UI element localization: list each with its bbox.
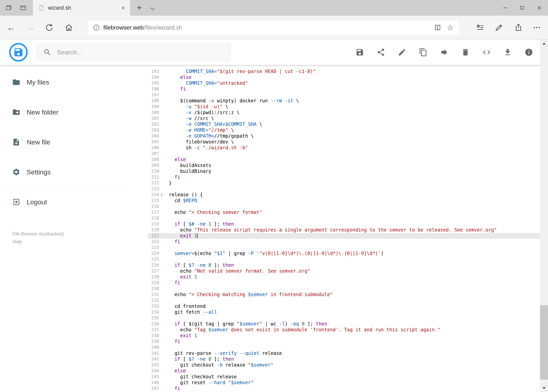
code-line[interactable]: 240 xyxy=(148,344,540,350)
scroll-down-arrow-icon[interactable] xyxy=(540,384,548,392)
add-favorite-star-icon[interactable]: ☆ xyxy=(447,24,454,32)
code-line[interactable]: 196 fi xyxy=(148,86,540,92)
code-line[interactable]: 201 -w //src \ xyxy=(148,115,540,121)
code-line[interactable]: 237 echo "Tag $semver does not exist in … xyxy=(148,327,540,333)
back-button[interactable]: ← xyxy=(6,23,16,33)
scrollbar-thumb[interactable] xyxy=(540,305,548,380)
code-line[interactable]: 243 git checkout -b release "$semver" xyxy=(148,362,540,368)
code-line[interactable]: 228 exit 1 xyxy=(148,274,540,280)
code-line[interactable]: 205 filebrowser/dev \ xyxy=(148,139,540,145)
code-line[interactable]: 244 else xyxy=(148,368,540,374)
code-line-active[interactable]: 221 exit 1 xyxy=(148,233,540,239)
code-line[interactable]: 207 xyxy=(148,151,540,157)
code-line[interactable]: 200 -v /$(pwd):/src:z \ xyxy=(148,110,540,115)
delete-trash-icon[interactable] xyxy=(461,48,470,56)
tab-list-chevron-icon[interactable] xyxy=(150,6,155,11)
code-line[interactable]: 223 xyxy=(148,245,540,251)
hub-favorites-icon[interactable] xyxy=(476,23,484,32)
code-editor[interactable]: 193 COMMIT_SHA="$(git rev-parse HEAD | c… xyxy=(148,65,540,392)
code-line[interactable]: 213 xyxy=(148,186,540,192)
sidebar-item-settings[interactable]: Settings xyxy=(0,157,130,187)
share-page-icon[interactable] xyxy=(514,23,523,32)
code-line[interactable]: 195 COMMIT_SHA="untracked" xyxy=(148,80,540,86)
site-info-icon[interactable] xyxy=(93,24,100,31)
copy-icon[interactable] xyxy=(419,48,428,56)
code-line[interactable]: 233 cd frontend xyxy=(148,303,540,309)
code-line[interactable]: 203 -e HOME="//tmp" \ xyxy=(148,127,540,133)
code-line[interactable]: 242 if [ $? -ne 0 ]; then xyxy=(148,356,540,362)
code-line[interactable]: 246 git reset --hard "$semver" xyxy=(148,380,540,385)
download-icon[interactable] xyxy=(503,48,512,56)
address-bar[interactable]: filebrowser.web/files/wizard.sh ☆ xyxy=(88,21,459,35)
code-line[interactable]: 199 -u "$(id -u)" \ xyxy=(148,104,540,110)
close-window-button[interactable] xyxy=(531,0,548,16)
new-tab-button[interactable]: + xyxy=(134,3,144,13)
code-line[interactable]: 219 if [ $# -ne 1 ]; then xyxy=(148,221,540,227)
minimize-button[interactable] xyxy=(496,0,513,16)
more-menu-icon[interactable] xyxy=(533,23,541,32)
code-line[interactable]: 238 exit 1 xyxy=(148,333,540,339)
code-line[interactable]: 202 -e COMMIT_SHA=$COMMIT_SHA \ xyxy=(148,121,540,127)
code-line[interactable]: 217 echo "> Checking semver format" xyxy=(148,210,540,215)
code-line[interactable]: 241 git rev-parse --verify --quiet relea… xyxy=(148,350,540,356)
code-line[interactable]: 247 fi xyxy=(148,385,540,392)
forward-button[interactable]: → xyxy=(25,23,36,33)
code-line[interactable]: 208 else xyxy=(148,157,540,162)
tab-close-icon[interactable]: × xyxy=(121,5,125,11)
edit-pencil-icon[interactable] xyxy=(398,48,406,56)
maximize-button[interactable] xyxy=(513,0,531,16)
source-code-icon[interactable] xyxy=(482,48,491,56)
search-input[interactable] xyxy=(56,49,230,56)
search-bar[interactable] xyxy=(36,43,231,61)
code-line[interactable]: 230 xyxy=(148,286,540,292)
fold-toggle-icon[interactable]: ▾ xyxy=(159,192,164,198)
code-line[interactable]: 232 xyxy=(148,297,540,303)
tabs-set-aside-icon[interactable] xyxy=(4,4,13,11)
sidebar-item-logout[interactable]: Logout xyxy=(0,187,130,217)
help-link[interactable]: Help xyxy=(13,238,148,246)
sidebar-item-new-folder[interactable]: New folder xyxy=(0,97,130,127)
code-line[interactable]: 226 if [ $? -ne 0 ]; then xyxy=(148,262,540,268)
code-line[interactable]: 236 if [ $(git tag | grep "$semver" | wc… xyxy=(148,321,540,327)
code-line[interactable]: 212} xyxy=(148,180,540,186)
code-line[interactable]: 229 fi xyxy=(148,280,540,286)
code-line[interactable]: 231 echo "> Checking matching $semver in… xyxy=(148,292,540,297)
code-line[interactable]: 224 semver=$(echo "$1" | grep -P '^v(0|[… xyxy=(148,251,540,256)
home-icon[interactable] xyxy=(65,23,73,32)
code-line[interactable]: 225 xyxy=(148,256,540,262)
filebrowser-logo[interactable] xyxy=(9,43,28,62)
code-line[interactable]: 239 fi xyxy=(148,339,540,344)
code-line[interactable]: 220 echo "This release script requires a… xyxy=(148,227,540,233)
refresh-icon[interactable] xyxy=(45,23,54,32)
code-line[interactable]: 235 xyxy=(148,315,540,321)
save-icon[interactable] xyxy=(355,48,364,56)
reading-view-icon[interactable] xyxy=(434,24,442,32)
code-line[interactable]: 194 else xyxy=(148,74,540,80)
tab-preview-icon[interactable] xyxy=(19,4,28,11)
code-line[interactable]: 198 $(command -v winpty) docker run --rm… xyxy=(148,98,540,104)
scroll-up-arrow-icon[interactable] xyxy=(540,40,548,47)
code-line[interactable]: 209 buildAssets xyxy=(148,162,540,168)
code-line[interactable]: 214▾release () { xyxy=(148,192,540,198)
code-line[interactable]: 218 xyxy=(148,215,540,221)
sidebar-item-new-file[interactable]: New file xyxy=(0,127,130,157)
code-line[interactable]: 222 fi xyxy=(148,239,540,245)
code-line[interactable]: 204 -e GOPATH=//tmp/gopath \ xyxy=(148,133,540,139)
move-arrow-icon[interactable] xyxy=(440,48,449,56)
code-line[interactable]: 215 cd $REPO xyxy=(148,198,540,203)
sidebar-item-my-files[interactable]: My files xyxy=(0,67,130,97)
vertical-scrollbar[interactable] xyxy=(540,40,548,392)
code-line[interactable]: 206 sh -c "./wizard.sh -b" xyxy=(148,145,540,151)
code-line[interactable]: 211 fi xyxy=(148,174,540,180)
info-icon[interactable] xyxy=(525,48,533,56)
share-icon[interactable] xyxy=(377,48,385,56)
code-line[interactable]: 216 xyxy=(148,203,540,210)
code-line[interactable]: 210 buildBinary xyxy=(148,168,540,174)
code-line[interactable]: 234 git fetch --all xyxy=(148,309,540,315)
tab-wizard-sh[interactable]: wizard.sh × xyxy=(33,0,130,16)
code-line[interactable]: 193 COMMIT_SHA="$(git rev-parse HEAD | c… xyxy=(148,69,540,74)
code-line[interactable]: 227 echo "Not valid semver format. See s… xyxy=(148,268,540,274)
code-line[interactable]: 245 git checkout release xyxy=(148,374,540,380)
code-line[interactable]: 197 xyxy=(148,92,540,98)
annotate-pen-icon[interactable] xyxy=(495,23,503,32)
